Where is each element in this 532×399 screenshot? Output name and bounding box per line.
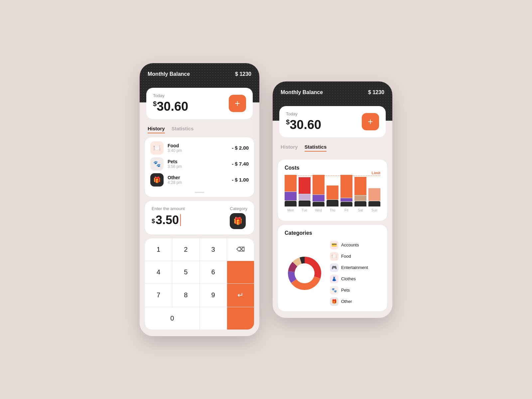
food-name: Food	[168, 143, 228, 148]
bar-group-sun: Sun	[368, 175, 380, 212]
key-5[interactable]: 5	[172, 261, 199, 283]
category-legend: 💳 Accounts 🍽️ Food 🎮 Entertainment 👗 Clo…	[330, 241, 380, 306]
bar-seg	[313, 195, 325, 201]
categories-title: Categories	[285, 230, 380, 236]
entertainment-legend-icon: 🎮	[330, 263, 338, 272]
left-dollar-sign: $	[153, 100, 157, 107]
pets-icon: 🐾	[150, 157, 164, 171]
left-header-balance: $ 1230	[235, 71, 251, 77]
accounts-label: Accounts	[341, 242, 359, 247]
bar-seg	[368, 188, 380, 201]
bar-stack-sun	[368, 175, 380, 206]
bar-seg	[285, 175, 297, 192]
bars-container: MonTueWedThuFriSatSun	[285, 176, 380, 212]
history-item-pets: 🐾 Pets 3:56 pm - $ 7.40	[150, 157, 249, 171]
other-time: 4:28 pm	[168, 180, 228, 185]
key-enter-top[interactable]	[227, 261, 254, 283]
left-balance-amount: $30.60	[153, 99, 188, 114]
key-3[interactable]: 3	[200, 238, 227, 261]
bar-seg	[327, 186, 338, 200]
key-6[interactable]: 6	[200, 261, 227, 283]
clothes-label: Clothes	[341, 276, 356, 281]
left-tab-statistics[interactable]: Statistics	[172, 126, 194, 133]
pets-amount: - $ 7.40	[232, 161, 249, 167]
legend-food: 🍽️ Food	[330, 252, 380, 261]
bar-group-tue: Tue	[299, 175, 311, 212]
bar-seg	[340, 198, 352, 201]
right-header-title: Monthly Balance	[281, 89, 323, 95]
categories-card: Categories	[278, 225, 387, 311]
key-2[interactable]: 2	[172, 238, 199, 261]
other-legend-icon: 🎁	[330, 297, 338, 306]
other-amount: - $ 1.00	[232, 177, 249, 183]
food-legend-icon: 🍽️	[330, 252, 338, 261]
key-0[interactable]: 0	[145, 307, 200, 330]
amount-dollar-sign: $	[152, 218, 155, 225]
key-enter[interactable]: ↵	[227, 284, 254, 307]
left-today-label: Today	[153, 93, 188, 98]
key-7[interactable]: 7	[145, 284, 172, 307]
food-amount: - $ 2.00	[232, 145, 249, 151]
right-add-button[interactable]: +	[362, 113, 379, 130]
left-tabs: History Statistics	[145, 119, 254, 137]
key-1[interactable]: 1	[145, 238, 172, 261]
other-icon: 🎁	[150, 173, 164, 187]
cursor	[180, 214, 181, 226]
bar-stack-thu	[327, 175, 338, 206]
other-name: Other	[168, 175, 228, 180]
bar-seg	[340, 175, 352, 198]
legend-entertainment: 🎮 Entertainment	[330, 263, 380, 272]
key-8[interactable]: 8	[172, 284, 199, 307]
bar-seg	[354, 201, 366, 206]
svg-point-6	[295, 264, 314, 283]
right-tab-statistics[interactable]: Statistics	[305, 144, 327, 152]
bar-day-label: Sun	[371, 208, 377, 212]
bar-seg	[299, 177, 311, 194]
bar-seg	[354, 177, 366, 195]
left-add-button[interactable]: +	[229, 95, 246, 112]
key-dot[interactable]	[200, 307, 227, 330]
legend-pets: 🐾 Pets	[330, 286, 380, 295]
history-item-other: 🎁 Other 4:28 pm - $ 1.00	[150, 173, 249, 187]
bar-day-label: Mon	[287, 208, 294, 212]
bar-seg	[313, 202, 325, 206]
entertainment-label: Entertainment	[341, 265, 368, 270]
food-time: 3:40 pm	[168, 148, 228, 153]
bar-group-sat: Sat	[354, 175, 366, 212]
right-header-balance: $ 1230	[368, 89, 384, 95]
bar-day-label: Fri	[344, 208, 348, 212]
category-icon-button[interactable]: 🎁	[230, 213, 246, 229]
legend-other: 🎁 Other	[330, 297, 380, 306]
key-delete[interactable]: ⌫	[227, 238, 254, 261]
right-tab-history[interactable]: History	[281, 144, 298, 152]
bar-seg	[368, 201, 380, 206]
key-9[interactable]: 9	[200, 284, 227, 307]
numpad: 1 2 3 ⌫ 4 5 6 7 8 9 ↵ 0	[145, 238, 254, 330]
bar-group-mon: Mon	[285, 175, 297, 212]
other-legend-label: Other	[341, 299, 352, 304]
bar-group-thu: Thu	[327, 175, 338, 212]
legend-accounts: 💳 Accounts	[330, 241, 380, 249]
left-balance-card: Today $30.60 +	[146, 88, 253, 119]
bar-seg	[354, 196, 366, 201]
bar-stack-mon	[285, 175, 297, 206]
key-enter-bottom[interactable]	[227, 307, 254, 330]
accounts-legend-icon: 💳	[330, 241, 338, 249]
key-4[interactable]: 4	[145, 261, 172, 283]
bar-day-label: Tue	[302, 208, 308, 212]
bar-seg	[299, 200, 311, 206]
bar-stack-fri	[340, 175, 352, 206]
bar-group-wed: Wed	[313, 175, 325, 212]
amount-value: 3.50	[156, 213, 179, 227]
costs-title: Costs	[285, 165, 380, 171]
left-tab-history[interactable]: History	[148, 126, 165, 133]
bar-seg	[340, 202, 352, 206]
bar-stack-wed	[313, 175, 325, 206]
other-info: Other 4:28 pm	[168, 175, 228, 185]
pets-name: Pets	[168, 159, 228, 164]
food-icon: 🍽️	[150, 141, 164, 155]
right-phone: Monthly Balance $ 1230 Today $30.60 + Hi…	[273, 81, 392, 318]
donut-chart	[285, 253, 325, 293]
bar-seg	[299, 194, 311, 200]
category-label: Category	[230, 206, 247, 211]
